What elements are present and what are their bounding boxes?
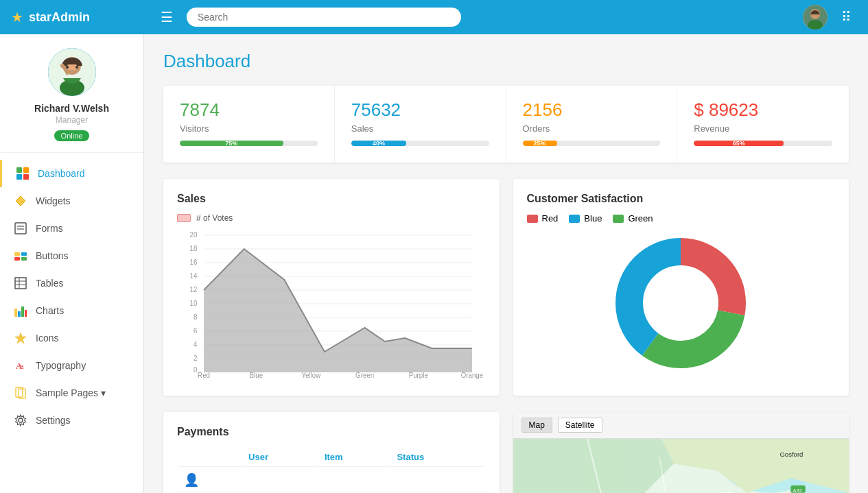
sidebar-item-buttons[interactable]: Buttons xyxy=(0,242,143,269)
payments-card: Payments User Item Status 👤 xyxy=(163,412,500,493)
payments-col-icon xyxy=(178,448,242,467)
stat-card-orders: 2156 Orders 25% xyxy=(506,86,678,163)
payments-title: Payments xyxy=(177,426,486,438)
stat-bar-sales: 40% xyxy=(351,141,406,146)
stat-card-sales: 75632 Sales 40% xyxy=(335,86,506,163)
donut-legend: Red Blue Green xyxy=(527,213,836,224)
forms-icon xyxy=(14,221,27,235)
charts-row: Sales # of Votes xyxy=(163,179,849,396)
donut-label-green: Green xyxy=(628,213,653,224)
legend-label: # of Votes xyxy=(196,213,233,223)
svg-text:Orange: Orange xyxy=(461,372,484,379)
grid-button[interactable]: ⠿ xyxy=(836,6,857,28)
donut-legend-red: Red xyxy=(527,213,559,224)
sidebar: Richard V.Welsh Manager Online Dashboard… xyxy=(0,34,144,493)
settings-icon xyxy=(14,413,27,427)
svg-point-9 xyxy=(75,66,78,69)
svg-rect-13 xyxy=(23,167,29,173)
stat-bar-bg-sales: 40% xyxy=(351,141,489,146)
widgets-icon xyxy=(14,194,27,208)
sidebar-item-label: Sample Pages ▾ xyxy=(36,387,106,398)
stat-value-visitors: 7874 xyxy=(180,99,318,121)
charts-icon xyxy=(14,304,27,317)
row-item xyxy=(319,468,390,492)
svg-rect-29 xyxy=(21,306,24,317)
svg-text:14: 14 xyxy=(189,272,197,280)
map-button-map[interactable]: Map xyxy=(521,418,552,433)
sales-line-chart: 20 18 16 14 12 10 8 6 4 2 0 xyxy=(177,228,486,382)
payments-col-user: User xyxy=(243,448,318,467)
sales-chart-title: Sales xyxy=(177,193,486,205)
svg-text:0: 0 xyxy=(193,366,198,374)
stat-value-sales: 75632 xyxy=(351,99,489,121)
sidebar-item-widgets[interactable]: Widgets xyxy=(0,187,143,215)
brand: ★ starAdmin xyxy=(11,9,155,25)
stats-row: 7874 Visitors 75% 75632 Sales 40% 2156 O… xyxy=(163,86,849,163)
svg-rect-15 xyxy=(23,174,29,180)
svg-text:2: 2 xyxy=(193,354,197,362)
buttons-icon xyxy=(14,249,27,263)
map-toolbar: Map Satellite xyxy=(513,412,849,439)
sidebar-item-label: Buttons xyxy=(36,250,68,261)
svg-rect-20 xyxy=(21,252,27,256)
satisfaction-chart-title: Customer Satisfaction xyxy=(527,193,836,205)
sidebar-item-typography[interactable]: Aa Typography xyxy=(0,352,143,379)
sidebar-item-tables[interactable]: Tables xyxy=(0,269,143,297)
sidebar-item-icons[interactable]: Icons xyxy=(0,324,143,352)
sidebar-item-label: Charts xyxy=(36,305,64,316)
stat-card-visitors: 7874 Visitors 75% xyxy=(163,86,335,163)
payments-table: User Item Status 👤 xyxy=(177,446,486,493)
svg-rect-16 xyxy=(15,223,26,234)
sidebar-item-charts[interactable]: Charts xyxy=(0,297,143,324)
svg-point-8 xyxy=(66,66,69,69)
svg-text:Blue: Blue xyxy=(250,372,263,379)
sidebar-item-sample-pages[interactable]: Sample Pages ▾ xyxy=(0,379,143,407)
map-placeholder: Blue Mountains National Park Gosford Syd… xyxy=(513,439,849,493)
svg-rect-19 xyxy=(14,252,20,256)
map-button-satellite[interactable]: Satellite xyxy=(558,418,602,433)
donut-dot-red xyxy=(527,215,538,223)
sidebar-item-settings[interactable]: Settings xyxy=(0,407,143,434)
stat-label-revenue: Revenue xyxy=(694,123,832,134)
brand-star-icon: ★ xyxy=(11,9,23,25)
stat-bar-bg-visitors: 75% xyxy=(180,141,318,146)
svg-text:8: 8 xyxy=(193,313,198,321)
legend-box xyxy=(177,214,191,222)
sidebar-item-label: Typography xyxy=(36,360,86,371)
search-input[interactable] xyxy=(187,8,461,27)
hamburger-button[interactable]: ☰ xyxy=(155,6,178,28)
svg-rect-28 xyxy=(18,311,21,317)
row-icon: 👤 xyxy=(178,468,242,492)
svg-text:18: 18 xyxy=(189,245,197,252)
svg-rect-30 xyxy=(25,310,27,317)
top-navigation: ★ starAdmin ☰ ⠿ xyxy=(0,0,868,34)
avatar[interactable] xyxy=(803,5,828,29)
payments-col-item: Item xyxy=(319,448,390,467)
brand-name: starAdmin xyxy=(29,10,90,25)
sidebar-item-label: Widgets xyxy=(36,195,71,206)
donut-legend-blue: Blue xyxy=(569,213,602,224)
sidebar-item-label: Dashboard xyxy=(38,168,85,179)
svg-rect-12 xyxy=(16,167,22,173)
online-badge: Online xyxy=(54,130,90,141)
sidebar-item-label: Icons xyxy=(36,333,58,344)
svg-text:6: 6 xyxy=(193,327,198,335)
sidebar-nav: Dashboard Widgets Forms Bu xyxy=(0,153,143,493)
sidebar-item-forms[interactable]: Forms xyxy=(0,215,143,242)
sidebar-item-dashboard[interactable]: Dashboard xyxy=(0,160,143,187)
svg-rect-22 xyxy=(21,257,27,261)
svg-text:Yellow: Yellow xyxy=(302,372,322,379)
profile-name: Richard V.Welsh xyxy=(34,103,109,114)
sidebar-item-label: Forms xyxy=(36,223,63,234)
donut-label-blue: Blue xyxy=(584,213,602,224)
stat-card-revenue: $ 89623 Revenue 65% xyxy=(677,86,849,163)
svg-point-36 xyxy=(19,418,23,422)
typography-icon: Aa xyxy=(14,359,27,372)
svg-rect-27 xyxy=(14,309,17,317)
payments-col-status: Status xyxy=(391,448,484,467)
stat-bar-bg-revenue: 65% xyxy=(694,141,832,146)
row-user xyxy=(243,468,318,492)
sales-chart-card: Sales # of Votes xyxy=(163,179,500,396)
satisfaction-chart-card: Customer Satisfaction Red Blue Green xyxy=(513,179,849,396)
svg-rect-6 xyxy=(67,64,77,70)
